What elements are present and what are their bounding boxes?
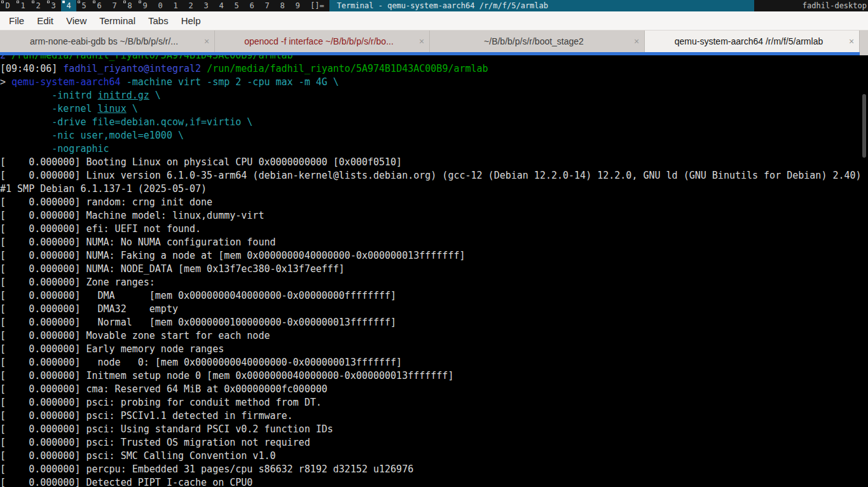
close-icon[interactable]: ×: [199, 31, 214, 52]
workspace-tag-16[interactable]: 6: [244, 0, 259, 11]
menu-item-view[interactable]: View: [60, 11, 93, 30]
tag-client-indicator: [78, 1, 80, 3]
workspace-tag-7[interactable]: 7: [107, 0, 122, 11]
terminal-tab-1[interactable]: arm-none-eabi-gdb bs ~/B/b/b/p/s/r/...×: [0, 31, 215, 52]
workspace-tag-13[interactable]: 3: [198, 0, 214, 11]
workspace-tag-0[interactable]: D: [0, 0, 15, 11]
menu-item-tabs[interactable]: Tabs: [142, 11, 175, 30]
window-title: Terminal - qemu-system-aarch64 /r/m/f/5/…: [329, 0, 754, 11]
terminal-line: [ 0.000000] percpu: Embedded 31 pages/cp…: [0, 463, 868, 476]
tag-client-indicator: [47, 1, 50, 3]
tag-client-indicator: [62, 1, 65, 3]
workspace-tag-4[interactable]: 4: [61, 0, 76, 11]
workspace-tag-14[interactable]: 4: [214, 0, 229, 11]
tab-label: ~/B/b/b/p/s/r/boot_stage2: [430, 36, 629, 46]
terminal-tab-3[interactable]: ~/B/b/b/p/s/r/boot_stage2×: [430, 31, 645, 52]
terminal-line: [ 0.000000] NUMA: No NUMA configuration …: [0, 236, 868, 249]
tag-client-indicator: [93, 1, 95, 3]
menu-item-edit[interactable]: Edit: [31, 11, 60, 30]
terminal-tab-4[interactable]: qemu-system-aarch64 /r/m/f/5/armlab×: [645, 31, 860, 52]
tab-label: qemu-system-aarch64 /r/m/f/5/armlab: [645, 36, 844, 46]
terminal-line: [ 0.000000] efi: UEFI not found.: [0, 223, 868, 236]
close-icon[interactable]: ×: [629, 31, 644, 52]
workspace-tag-11[interactable]: 1: [168, 0, 183, 11]
tab-label: arm-none-eabi-gdb bs ~/B/b/b/p/s/r/...: [0, 36, 199, 46]
terminal-line: [ 0.000000] Zone ranges:: [0, 276, 868, 289]
workspace-tag-18[interactable]: 8: [275, 0, 290, 11]
terminal-line: [ 0.000000] NUMA: NODE_DATA [mem 0x13f7e…: [0, 263, 868, 276]
status-hostname: fadhil-desktop: [754, 0, 868, 11]
scrollbar-thumb[interactable]: [862, 94, 866, 158]
workspace-tag-1[interactable]: 1: [15, 0, 31, 11]
terminal-line: [ 0.000000] psci: Trusted OS migration n…: [0, 436, 868, 449]
terminal-line: [ 0.000000] Normal [mem 0x00000001000000…: [0, 316, 868, 329]
terminal-line: [ 0.000000] Machine model: linux,dummy-v…: [0, 209, 868, 223]
workspace-tag-12[interactable]: 2: [183, 0, 198, 11]
tag-client-indicator: [32, 1, 34, 3]
tag-client-indicator: [139, 1, 141, 3]
workspace-tag-6[interactable]: 6: [92, 0, 107, 11]
workspace-tag-10[interactable]: 0: [153, 0, 168, 11]
tag-client-indicator: [17, 1, 19, 3]
workspace-tag-9[interactable]: 9: [137, 0, 153, 11]
terminal-line: -nic user,model=e1000 \: [0, 129, 868, 142]
menu-item-terminal[interactable]: Terminal: [93, 11, 142, 30]
terminal-line: [ 0.000000] DMA32 empty: [0, 303, 868, 316]
menubar: FileEditViewTerminalTabsHelp: [0, 11, 868, 31]
terminal-line: [ 0.000000] Initmem setup node 0 [mem 0x…: [0, 369, 868, 383]
workspace-tag-17[interactable]: 7: [259, 0, 275, 11]
terminal-line: [ 0.000000] Detected PIPT I-cache on CPU…: [0, 476, 868, 487]
menu-item-help[interactable]: Help: [175, 11, 207, 30]
terminal-line: [ 0.000000] psci: probing for conduit me…: [0, 396, 868, 409]
tab-label: openocd -f interface ~/B/b/b/p/s/r/bo...: [215, 36, 414, 46]
terminal-line: [ 0.000000] psci: Using standard PSCI v0…: [0, 423, 868, 436]
workspace-tag-8[interactable]: 8: [122, 0, 137, 11]
tab-bar: arm-none-eabi-gdb bs ~/B/b/b/p/s/r/...×o…: [0, 31, 868, 52]
terminal-line: [ 0.000000] Linux version 6.1.0-35-arm64…: [0, 169, 868, 196]
terminal-line: [ 0.000000] psci: PSCIv1.1 detected in f…: [0, 409, 868, 423]
workspace-tags: D1234567890123456789: [0, 0, 305, 11]
terminal-line: [ 0.000000] psci: SMC Calling Convention…: [0, 449, 868, 463]
terminal-line: 2 /run/media/fadhil_riyanto/5A974B1D43AC…: [0, 55, 868, 62]
layout-indicator[interactable]: []=: [305, 0, 329, 11]
workspace-tag-19[interactable]: 9: [290, 0, 305, 11]
terminal-line: [ 0.000000] Booting Linux on physical CP…: [0, 156, 868, 169]
terminal-line: [ 0.000000] Early memory node ranges: [0, 343, 868, 356]
tag-client-indicator: [123, 1, 126, 3]
terminal-line: [ 0.000000] DMA [mem 0x0000000040000000-…: [0, 289, 868, 303]
terminal-line: -drive file=debian.qcow,if=virtio \: [0, 116, 868, 129]
terminal-line: [ 0.000000] node 0: [mem 0x0000000040000…: [0, 356, 868, 369]
menu-item-file[interactable]: File: [3, 11, 31, 30]
workspace-tag-2[interactable]: 2: [31, 0, 46, 11]
workspace-tag-3[interactable]: 3: [46, 0, 61, 11]
terminal-line: [ 0.000000] NUMA: Faking a node at [mem …: [0, 249, 868, 263]
terminal-line: [ 0.000000] Movable zone start for each …: [0, 329, 868, 343]
close-icon[interactable]: ×: [844, 31, 859, 52]
terminal-output[interactable]: 2 /run/media/fadhil_riyanto/5A974B1D43AC…: [0, 55, 868, 487]
terminal-line: -initrd initrd.gz \: [0, 89, 868, 102]
terminal-line: [ 0.000000] random: crng init done: [0, 196, 868, 209]
terminal-line: -nographic: [0, 142, 868, 156]
terminal-line: [09:40:06] fadhil_riyanto@integral2 /run…: [0, 62, 868, 76]
terminal-line: -kernel linux \: [0, 102, 868, 116]
terminal-line: [ 0.000000] cma: Reserved 64 MiB at 0x00…: [0, 383, 868, 396]
tag-client-indicator: [1, 1, 4, 3]
terminal-line: > qemu-system-aarch64 -machine virt -smp…: [0, 76, 868, 89]
workspace-tag-15[interactable]: 5: [229, 0, 244, 11]
dwm-bar: D1234567890123456789 []= Terminal - qemu…: [0, 0, 868, 11]
terminal-tab-2[interactable]: openocd -f interface ~/B/b/b/p/s/r/bo...…: [215, 31, 430, 52]
workspace-tag-5[interactable]: 5: [76, 0, 92, 11]
close-icon[interactable]: ×: [414, 31, 429, 52]
